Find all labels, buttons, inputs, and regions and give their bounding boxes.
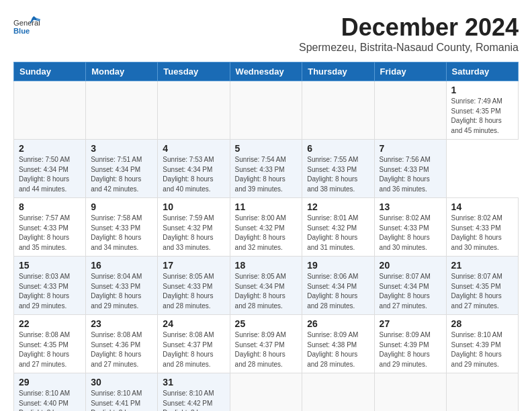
day-number: 14 xyxy=(451,201,513,212)
day-number: 31 xyxy=(163,377,224,387)
day-number: 9 xyxy=(91,201,152,212)
calendar-cell: 15Sunrise: 8:03 AMSunset: 4:33 PMDayligh… xyxy=(14,257,86,315)
calendar-cell xyxy=(158,81,230,140)
day-number: 18 xyxy=(235,260,298,271)
day-number: 5 xyxy=(235,143,298,154)
day-number: 8 xyxy=(19,201,81,212)
calendar-cell: 26Sunrise: 8:09 AMSunset: 4:38 PMDayligh… xyxy=(302,315,374,373)
calendar-week-row: 1Sunrise: 7:49 AMSunset: 4:35 PMDaylight… xyxy=(14,81,519,140)
calendar-cell xyxy=(14,81,86,140)
calendar-cell: 2Sunrise: 7:50 AMSunset: 4:34 PMDaylight… xyxy=(14,140,86,198)
svg-text:Blue: Blue xyxy=(13,27,30,35)
calendar-week-row: 2Sunrise: 7:50 AMSunset: 4:34 PMDaylight… xyxy=(14,140,519,198)
calendar-cell: 11Sunrise: 8:00 AMSunset: 4:32 PMDayligh… xyxy=(230,198,302,257)
day-number: 25 xyxy=(235,318,298,329)
day-number: 11 xyxy=(235,201,298,212)
day-number: 20 xyxy=(380,260,441,271)
day-info: Sunrise: 8:09 AMSunset: 4:39 PMDaylight:… xyxy=(380,330,441,369)
day-info: Sunrise: 7:51 AMSunset: 4:34 PMDaylight:… xyxy=(91,155,152,194)
day-info: Sunrise: 8:02 AMSunset: 4:33 PMDaylight:… xyxy=(380,214,441,253)
page-title: December 2024 xyxy=(40,13,519,42)
calendar-cell: 10Sunrise: 7:59 AMSunset: 4:32 PMDayligh… xyxy=(158,198,230,257)
day-info: Sunrise: 8:05 AMSunset: 4:33 PMDaylight:… xyxy=(163,272,224,311)
day-number: 2 xyxy=(19,143,81,154)
calendar-cell: 18Sunrise: 8:05 AMSunset: 4:34 PMDayligh… xyxy=(230,257,302,315)
day-info: Sunrise: 7:55 AMSunset: 4:33 PMDaylight:… xyxy=(307,155,369,194)
day-number: 6 xyxy=(307,143,369,154)
col-friday: Friday xyxy=(374,62,446,81)
day-number: 7 xyxy=(380,143,441,154)
calendar-cell: 17Sunrise: 8:05 AMSunset: 4:33 PMDayligh… xyxy=(158,257,230,315)
page-header: General Blue December 2024 Spermezeu, Bi… xyxy=(13,13,519,54)
calendar-cell xyxy=(302,81,374,140)
calendar-week-row: 22Sunrise: 8:08 AMSunset: 4:35 PMDayligh… xyxy=(14,315,519,373)
calendar-week-row: 29Sunrise: 8:10 AMSunset: 4:40 PMDayligh… xyxy=(14,373,519,412)
col-sunday: Sunday xyxy=(14,62,86,81)
calendar-cell: 21Sunrise: 8:07 AMSunset: 4:35 PMDayligh… xyxy=(446,257,518,315)
day-number: 28 xyxy=(451,318,513,329)
day-info: Sunrise: 8:10 AMSunset: 4:42 PMDaylight:… xyxy=(163,389,224,411)
day-info: Sunrise: 8:08 AMSunset: 4:37 PMDaylight:… xyxy=(163,330,224,369)
day-info: Sunrise: 7:57 AMSunset: 4:33 PMDaylight:… xyxy=(19,214,81,253)
day-info: Sunrise: 8:06 AMSunset: 4:34 PMDaylight:… xyxy=(307,272,369,311)
day-info: Sunrise: 7:59 AMSunset: 4:32 PMDaylight:… xyxy=(163,214,224,253)
calendar-table: Sunday Monday Tuesday Wednesday Thursday… xyxy=(13,62,519,411)
day-info: Sunrise: 7:53 AMSunset: 4:34 PMDaylight:… xyxy=(163,155,224,194)
col-monday: Monday xyxy=(86,62,158,81)
day-info: Sunrise: 8:04 AMSunset: 4:33 PMDaylight:… xyxy=(91,272,152,311)
day-info: Sunrise: 7:54 AMSunset: 4:33 PMDaylight:… xyxy=(235,155,298,194)
calendar-cell xyxy=(446,373,518,412)
col-saturday: Saturday xyxy=(446,62,518,81)
day-info: Sunrise: 8:00 AMSunset: 4:32 PMDaylight:… xyxy=(235,214,298,253)
day-info: Sunrise: 8:03 AMSunset: 4:33 PMDaylight:… xyxy=(19,272,81,311)
day-number: 30 xyxy=(91,377,152,387)
calendar-cell: 3Sunrise: 7:51 AMSunset: 4:34 PMDaylight… xyxy=(86,140,158,198)
day-info: Sunrise: 8:10 AMSunset: 4:41 PMDaylight:… xyxy=(91,389,152,411)
day-info: Sunrise: 7:56 AMSunset: 4:33 PMDaylight:… xyxy=(380,155,441,194)
col-tuesday: Tuesday xyxy=(158,62,230,81)
day-info: Sunrise: 8:08 AMSunset: 4:36 PMDaylight:… xyxy=(91,330,152,369)
calendar-cell: 25Sunrise: 8:09 AMSunset: 4:37 PMDayligh… xyxy=(230,315,302,373)
calendar-cell: 13Sunrise: 8:02 AMSunset: 4:33 PMDayligh… xyxy=(374,198,446,257)
page-subtitle: Spermezeu, Bistrita-Nasaud County, Roman… xyxy=(40,42,519,54)
calendar-cell: 5Sunrise: 7:54 AMSunset: 4:33 PMDaylight… xyxy=(230,140,302,198)
calendar-cell xyxy=(230,81,302,140)
day-number: 16 xyxy=(91,260,152,271)
day-number: 4 xyxy=(163,143,224,154)
calendar-cell: 29Sunrise: 8:10 AMSunset: 4:40 PMDayligh… xyxy=(14,373,86,412)
day-info: Sunrise: 8:09 AMSunset: 4:37 PMDaylight:… xyxy=(235,330,298,369)
calendar-week-row: 15Sunrise: 8:03 AMSunset: 4:33 PMDayligh… xyxy=(14,257,519,315)
day-number: 26 xyxy=(307,318,369,329)
day-number: 23 xyxy=(91,318,152,329)
calendar-cell xyxy=(374,81,446,140)
calendar-cell: 19Sunrise: 8:06 AMSunset: 4:34 PMDayligh… xyxy=(302,257,374,315)
calendar-cell: 14Sunrise: 8:02 AMSunset: 4:33 PMDayligh… xyxy=(446,198,518,257)
day-number: 24 xyxy=(163,318,224,329)
day-number: 22 xyxy=(19,318,81,329)
day-info: Sunrise: 8:05 AMSunset: 4:34 PMDaylight:… xyxy=(235,272,298,311)
calendar-header-row: Sunday Monday Tuesday Wednesday Thursday… xyxy=(14,62,519,81)
calendar-cell xyxy=(86,81,158,140)
calendar-cell: 12Sunrise: 8:01 AMSunset: 4:32 PMDayligh… xyxy=(302,198,374,257)
title-section: December 2024 Spermezeu, Bistrita-Nasaud… xyxy=(40,13,519,54)
day-info: Sunrise: 8:10 AMSunset: 4:40 PMDaylight:… xyxy=(19,389,81,411)
day-number: 29 xyxy=(19,377,81,387)
calendar-cell xyxy=(302,373,374,412)
day-number: 13 xyxy=(380,201,441,212)
calendar-week-row: 8Sunrise: 7:57 AMSunset: 4:33 PMDaylight… xyxy=(14,198,519,257)
day-number: 21 xyxy=(451,260,513,271)
calendar-cell: 6Sunrise: 7:55 AMSunset: 4:33 PMDaylight… xyxy=(302,140,374,198)
day-info: Sunrise: 8:01 AMSunset: 4:32 PMDaylight:… xyxy=(307,214,369,253)
calendar-cell: 23Sunrise: 8:08 AMSunset: 4:36 PMDayligh… xyxy=(86,315,158,373)
day-info: Sunrise: 8:07 AMSunset: 4:35 PMDaylight:… xyxy=(451,272,513,311)
calendar-cell: 20Sunrise: 8:07 AMSunset: 4:34 PMDayligh… xyxy=(374,257,446,315)
logo: General Blue xyxy=(13,13,40,40)
day-info: Sunrise: 7:49 AMSunset: 4:35 PMDaylight:… xyxy=(451,97,513,136)
day-info: Sunrise: 8:10 AMSunset: 4:39 PMDaylight:… xyxy=(451,330,513,369)
calendar-cell: 16Sunrise: 8:04 AMSunset: 4:33 PMDayligh… xyxy=(86,257,158,315)
calendar-cell xyxy=(230,373,302,412)
day-info: Sunrise: 7:50 AMSunset: 4:34 PMDaylight:… xyxy=(19,155,81,194)
day-number: 1 xyxy=(451,85,513,95)
calendar-cell: 31Sunrise: 8:10 AMSunset: 4:42 PMDayligh… xyxy=(158,373,230,412)
calendar-cell xyxy=(374,373,446,412)
